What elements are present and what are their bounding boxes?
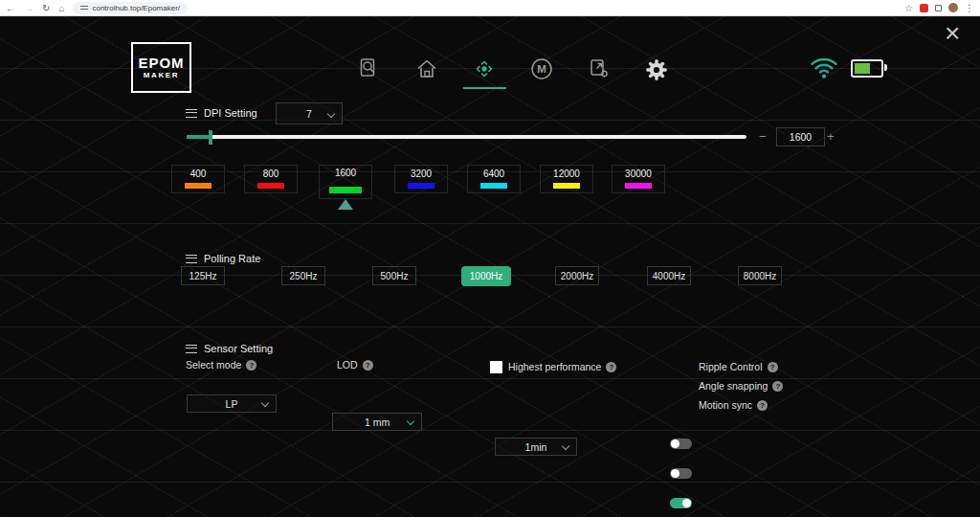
dpi-decrease-button[interactable]: − [759, 128, 767, 146]
hamburger-icon [186, 345, 197, 353]
home-icon[interactable]: ⌂ [58, 0, 64, 16]
selected-dpi-caret-icon [338, 199, 353, 210]
dpi-preset-800[interactable]: 800 [244, 165, 298, 193]
preset-color-bar [185, 183, 212, 189]
sleep-timer-dropdown[interactable]: 1min [495, 438, 577, 456]
extensions-icon[interactable] [935, 5, 942, 11]
url-text[interactable]: controlhub.top/Epomaker/ [92, 4, 180, 12]
macro-icon[interactable]: M [528, 56, 555, 82]
select-mode-text: Select mode [186, 359, 241, 371]
active-tab-underline [463, 87, 506, 89]
home-page-icon[interactable] [413, 56, 440, 82]
chevron-down-icon [562, 442, 569, 450]
dpi-value-box[interactable]: 1600 [776, 127, 825, 146]
lod-text: LOD [337, 359, 358, 371]
highest-performance-text: Highest performance [508, 361, 601, 372]
polling-1000hz-button-active[interactable]: 1000Hz [461, 266, 511, 286]
profile-avatar[interactable] [948, 3, 958, 12]
ripple-control-label: Ripple Control ? [699, 361, 778, 372]
toggle-knob [671, 469, 679, 478]
preset-label: 400 [172, 169, 224, 179]
toggle-knob [682, 499, 691, 507]
help-icon[interactable]: ? [606, 362, 616, 372]
polling-section-title: Polling Rate [204, 253, 260, 264]
preset-label: 1600 [320, 168, 371, 178]
dpi-stage-select[interactable]: 7 [276, 102, 343, 124]
preset-label: 30000 [612, 169, 664, 179]
select-mode-value: LP [226, 398, 238, 410]
dpi-preset-3200[interactable]: 3200 [394, 165, 448, 193]
hamburger-icon [186, 255, 197, 263]
preset-label: 12000 [541, 169, 592, 179]
polling-section-header: Polling Rate [186, 253, 260, 264]
polling-500hz-button[interactable]: 500Hz [372, 266, 416, 285]
motion-sync-text: Motion sync [699, 399, 752, 411]
motion-sync-label: Motion sync ? [699, 399, 768, 411]
lod-dropdown[interactable]: 1 mm [332, 413, 422, 431]
dpi-sensor-icon-active[interactable] [471, 56, 498, 82]
battery-level-fill [855, 63, 870, 74]
sensor-section-header: Sensor Setting [186, 343, 273, 354]
device-search-icon[interactable] [355, 56, 382, 82]
dpi-preset-30000[interactable]: 30000 [612, 165, 665, 193]
logo-text-bottom: MAKER [144, 71, 179, 79]
battery-icon [851, 59, 883, 78]
close-icon[interactable]: × [945, 18, 960, 49]
dpi-preset-6400[interactable]: 6400 [467, 165, 521, 193]
ripple-control-toggle[interactable] [670, 438, 692, 449]
dpi-slider-thumb[interactable] [209, 130, 212, 145]
dpi-preset-12000[interactable]: 12000 [540, 165, 593, 193]
help-icon[interactable]: ? [757, 400, 768, 411]
highest-performance-checkbox[interactable] [490, 361, 502, 373]
logo-text-top: EPOM [138, 56, 184, 71]
preset-label: 6400 [468, 169, 520, 179]
reload-icon[interactable]: ↻ [42, 0, 50, 16]
forward-icon[interactable]: → [24, 0, 33, 16]
help-icon[interactable]: ? [772, 381, 783, 392]
preset-color-bar [257, 183, 284, 189]
dpi-section-header: DPI Setting [186, 107, 257, 119]
preset-label: 800 [245, 169, 297, 179]
dpi-preset-1600-active[interactable]: 1600 [319, 165, 372, 199]
chevron-down-icon [407, 417, 414, 425]
sleep-timer-value: 1min [525, 441, 547, 453]
chevron-down-icon [261, 399, 269, 407]
polling-125hz-button[interactable]: 125Hz [181, 266, 225, 285]
dpi-stage-value: 7 [306, 108, 312, 120]
back-icon[interactable]: ← [6, 0, 15, 16]
sensor-section-title: Sensor Setting [204, 343, 273, 354]
polling-2000hz-button[interactable]: 2000Hz [555, 266, 599, 285]
epomaker-logo: EPOM MAKER [131, 42, 191, 93]
dpi-slider-track[interactable] [187, 135, 746, 139]
address-bar[interactable]: controlhub.top/Epomaker/ [73, 2, 188, 14]
preset-color-bar [408, 183, 434, 189]
bookmark-icon[interactable]: ☆ [904, 0, 913, 16]
select-mode-dropdown[interactable]: LP [187, 394, 277, 413]
ripple-control-text: Ripple Control [699, 361, 763, 372]
angle-snapping-label: Angle snapping ? [699, 380, 783, 392]
lod-value: 1 mm [365, 416, 390, 428]
epomaker-controlhub-app: EPOM MAKER × M [0, 16, 980, 517]
menu-icon[interactable]: ⋮ [965, 0, 974, 16]
settings-gear-icon[interactable] [642, 56, 671, 84]
select-mode-label: Select mode ? [186, 359, 256, 371]
help-icon[interactable]: ? [363, 360, 373, 371]
preset-label: 3200 [395, 169, 447, 179]
polling-4000hz-button[interactable]: 4000Hz [647, 266, 691, 285]
help-icon[interactable]: ? [246, 360, 256, 371]
preset-color-bar [329, 187, 362, 193]
highest-performance-label: Highest performance ? [508, 361, 616, 372]
wifi-icon [810, 55, 838, 79]
dpi-increase-button[interactable]: + [827, 128, 835, 146]
angle-snapping-toggle[interactable] [670, 468, 692, 479]
dpi-preset-400[interactable]: 400 [171, 165, 225, 193]
browser-toolbar: ← → ↻ ⌂ controlhub.top/Epomaker/ ☆ ⋮ [0, 0, 980, 16]
extension-icon[interactable] [920, 4, 928, 12]
polling-8000hz-button[interactable]: 8000Hz [738, 266, 782, 285]
motion-sync-toggle[interactable] [670, 498, 692, 508]
key-settings-icon[interactable] [586, 56, 612, 82]
polling-250hz-button[interactable]: 250Hz [281, 266, 325, 285]
site-settings-icon[interactable] [80, 5, 88, 11]
chevron-down-icon [327, 109, 335, 117]
help-icon[interactable]: ? [768, 362, 778, 372]
